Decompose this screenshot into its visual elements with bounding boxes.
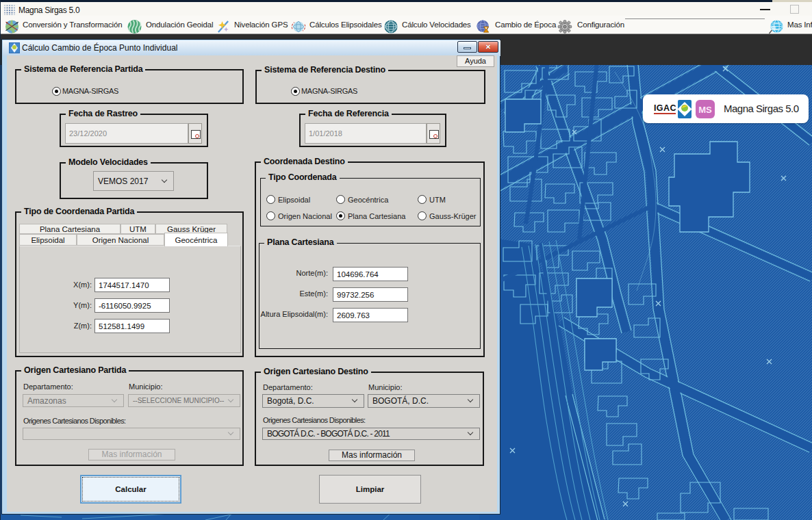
svg-text:MS: MS <box>698 105 712 115</box>
